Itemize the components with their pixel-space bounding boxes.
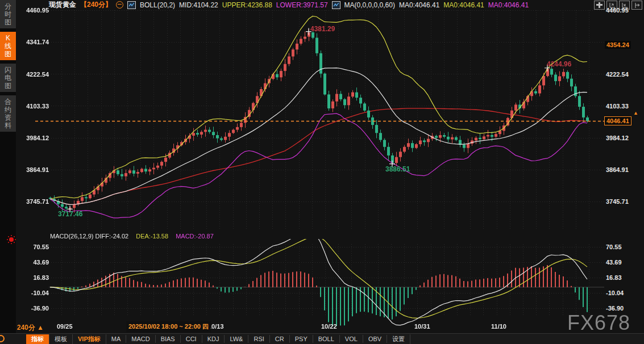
- macd-tick: 16.83: [606, 274, 622, 282]
- boll-upper-value: UPPER:4236.88: [222, 1, 272, 9]
- toolbar-macd[interactable]: MACD: [126, 335, 155, 343]
- price-tick: 3745.71: [606, 198, 629, 205]
- price-tick: 4103.33: [606, 102, 629, 110]
- fx678-watermark: FX678: [567, 311, 630, 335]
- peak-price-annotation: 4381.29: [310, 25, 335, 33]
- toolbar-kdj[interactable]: KDJ: [202, 335, 225, 343]
- toolbar-cci[interactable]: CCI: [181, 335, 202, 343]
- price-tick: 4222.54: [17, 70, 49, 78]
- chart-application: 现货黄金 【240分】 BOLL(20,2) MID:4104.22 UPPER…: [0, 0, 644, 344]
- sidebar-tab-lightning[interactable]: 闪电图: [0, 64, 16, 92]
- timeframe-button[interactable]: 240分 ▲: [17, 323, 44, 333]
- toolbar-ma[interactable]: MA: [106, 335, 127, 343]
- toolbar-boll[interactable]: BOLL: [313, 335, 340, 343]
- toolbar-template[interactable]: 模板: [49, 334, 73, 344]
- date-tick: 09/25: [57, 323, 73, 330]
- toolbar-vol[interactable]: VOL: [340, 335, 363, 343]
- ma1-value: MA0:4046.41: [399, 1, 439, 9]
- toolbar-bias[interactable]: BIAS: [156, 335, 181, 343]
- indicator-top-bar: 现货黄金 【240分】 BOLL(20,2) MID:4104.22 UPPER…: [16, 0, 644, 10]
- price-tick: 3984.12: [17, 134, 49, 142]
- upper-price-badge: 4354.24: [605, 41, 631, 49]
- macd-tick: 43.69: [17, 258, 49, 266]
- price-tick: 4103.33: [17, 102, 49, 110]
- toolbar-settings[interactable]: 设置: [387, 334, 410, 344]
- price-tick: 3745.71: [17, 198, 49, 205]
- price-tick: 4460.95: [17, 6, 49, 14]
- ma2-value: MA0:4046.41: [443, 1, 484, 9]
- corner-icon: [0, 335, 5, 342]
- start-low-annotation: 3717.46: [58, 210, 82, 218]
- toolbar-psy[interactable]: PSY: [290, 335, 313, 343]
- macd-tick: -10.04: [17, 289, 49, 297]
- alert-icon[interactable]: [9, 237, 14, 242]
- sidebar-tab-contract-info[interactable]: 合约资料: [0, 95, 16, 132]
- macd-tick: 43.69: [606, 258, 622, 266]
- candle-date-tooltip: 2025/10/02 18:00 ~ 22:00 四: [126, 321, 211, 332]
- price-tick: 3864.91: [17, 166, 49, 174]
- indicator-toolbar: 指标 模板 VIP指标 MA MACD BIAS CCI KDJ LW& RSI…: [0, 333, 644, 344]
- pan-right-tool-icon[interactable]: [631, 1, 642, 10]
- crosshair-tool-icon[interactable]: [594, 1, 605, 10]
- date-tick: 10/31: [414, 323, 430, 330]
- main-chart-canvas[interactable]: [16, 10, 604, 334]
- boll-mid-value: MID:4104.22: [179, 1, 218, 9]
- price-tick: 4341.74: [17, 38, 49, 46]
- price-tick: 3984.12: [606, 134, 629, 142]
- boll-label: BOLL(20,2): [140, 1, 175, 9]
- symbol-name: 现货黄金: [49, 0, 76, 10]
- trough-price-annotation: 3886.51: [385, 165, 410, 173]
- price-tick: 3864.91: [606, 166, 629, 174]
- date-tick: 10/22: [321, 323, 337, 330]
- toolbar-vip-indicators[interactable]: VIP指标: [73, 334, 106, 344]
- second-peak-annotation: 4244.96: [547, 60, 571, 68]
- sidebar-tab-kline[interactable]: K线图: [0, 32, 16, 60]
- macd-dea-value: DEA:-13.58: [136, 233, 168, 240]
- macd-tick: -10.04: [606, 289, 624, 297]
- period-label: 【240分】: [80, 0, 112, 10]
- ma-label: MA(0,0,0,0,0,60): [344, 1, 395, 9]
- toolbar-obv[interactable]: OBV: [363, 335, 387, 343]
- sidebar-tab-timeline[interactable]: 分时图: [0, 0, 16, 28]
- toolbar-lwr[interactable]: LW&: [225, 335, 248, 343]
- toolbar-rsi[interactable]: RSI: [248, 335, 269, 343]
- macd-tick: 70.55: [606, 243, 622, 251]
- toolbar-indicators[interactable]: 指标: [26, 334, 49, 344]
- chart-type-sidebar: 分时图 K线图 闪电图 合约资料: [0, 0, 16, 334]
- macd-tick: 70.55: [17, 243, 49, 251]
- price-tick: 4460.95: [606, 6, 629, 14]
- ma-indicator-icon[interactable]: [332, 1, 340, 9]
- macd-indicator-header: MACD(26,12,9) DIFF:-24.02 DEA:-13.58 MAC…: [50, 233, 219, 240]
- boll-indicator-icon[interactable]: [127, 1, 136, 9]
- date-tick: 11/10: [491, 323, 506, 330]
- macd-diff-value: MACD(26,12,9) DIFF:-24.02: [50, 233, 128, 240]
- macd-tick: -36.90: [17, 304, 49, 312]
- price-tick: 4222.54: [606, 70, 629, 78]
- boll-lower-value: LOWER:3971.57: [276, 1, 328, 9]
- current-price-badge: 4046.41: [604, 116, 631, 125]
- collapse-indicator-icon[interactable]: [116, 1, 123, 9]
- price-arrow-icon: ▲: [633, 110, 638, 116]
- ma3-value: MA0:4046.41: [488, 1, 529, 9]
- toolbar-cr[interactable]: CR: [270, 335, 290, 343]
- macd-tick: 16.83: [17, 274, 49, 282]
- macd-value: MACD:-20.87: [176, 233, 214, 240]
